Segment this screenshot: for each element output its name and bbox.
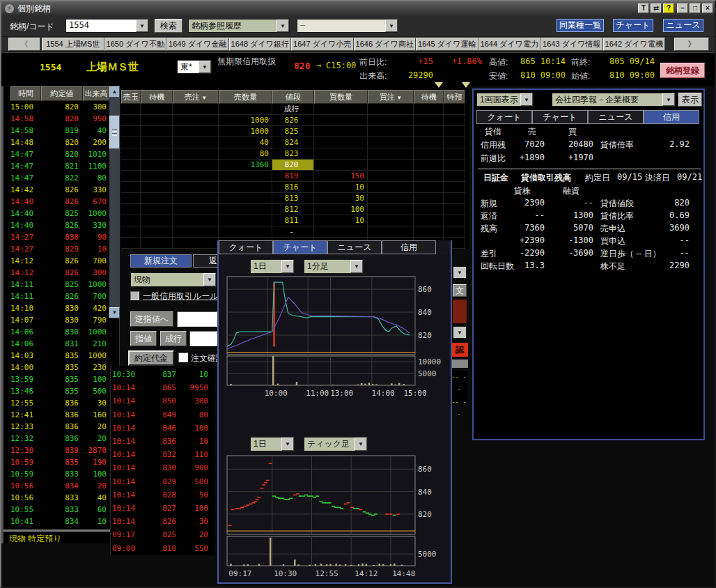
order-book-cell[interactable]	[173, 104, 219, 115]
symbol-tab-5[interactable]: 1646 ダイワ商社	[354, 38, 417, 51]
order-book-cell[interactable]	[368, 104, 414, 115]
chevron-down-icon[interactable]: ▼	[203, 273, 216, 286]
order-book-cell[interactable]	[444, 148, 465, 160]
order-book-cell[interactable]: 10	[314, 182, 368, 193]
order-book-cell[interactable]	[173, 215, 219, 226]
order-book-cell[interactable]: 819	[272, 171, 314, 182]
order-book-cell[interactable]	[173, 204, 219, 215]
order-book-cell[interactable]	[444, 126, 465, 137]
order-book-cell[interactable]	[444, 204, 465, 215]
chart-button[interactable]: チャート	[613, 19, 653, 32]
order-book-cell[interactable]: 824	[272, 137, 314, 148]
order-book-cell[interactable]	[121, 160, 141, 171]
order-book-cell[interactable]: 1000	[219, 126, 272, 137]
order-book-cell[interactable]: 820	[272, 160, 314, 171]
order-book-cell[interactable]	[414, 226, 444, 238]
amount-button[interactable]: 約定代金	[128, 350, 174, 366]
order-book-cell[interactable]	[173, 238, 219, 249]
order-book-row[interactable]: 81610	[121, 182, 465, 193]
order-book-cell[interactable]	[141, 137, 173, 148]
order-book-cell[interactable]	[368, 137, 414, 148]
order-book-cell[interactable]	[219, 171, 272, 182]
order-book-cell[interactable]: 811	[272, 215, 314, 226]
confirm-fragment-button[interactable]: 認	[451, 343, 468, 357]
tab-new-order[interactable]: 新規注文	[130, 254, 192, 268]
order-book-cell[interactable]	[444, 182, 465, 193]
chart-window-tab-0[interactable]: クォート	[219, 240, 273, 254]
order-book-cell[interactable]	[173, 137, 219, 148]
order-fragment-button[interactable]: 文	[453, 284, 467, 297]
order-book-cell[interactable]: 40	[219, 137, 272, 148]
order-book-cell[interactable]	[444, 115, 465, 126]
order-book-cell[interactable]	[219, 182, 272, 193]
chevron-down-icon[interactable]: ▼	[385, 20, 398, 32]
order-book-row[interactable]: 81110	[121, 215, 465, 226]
symbol-tab-3[interactable]: 1648 ダイワ銀行	[229, 38, 292, 51]
order-book-cell[interactable]	[314, 160, 368, 171]
industry-list-button[interactable]: 同業種一覧	[557, 19, 604, 32]
chart-window-tab-1[interactable]: チャート	[273, 240, 327, 254]
order-book-cell[interactable]: 150	[314, 171, 368, 182]
order-book-cell[interactable]: 823	[272, 148, 314, 160]
order-book-cell[interactable]: -	[272, 226, 314, 238]
order-book-cell[interactable]	[368, 126, 414, 137]
order-book-cell[interactable]	[121, 238, 141, 249]
order-book-cell[interactable]	[314, 115, 368, 126]
credit-panel-tab-3[interactable]: 信用	[644, 110, 699, 124]
order-book-cell[interactable]	[414, 115, 444, 126]
order-book-cell[interactable]	[141, 148, 173, 160]
order-book-cell[interactable]	[141, 171, 173, 182]
order-book-cell[interactable]	[444, 160, 465, 171]
order-book-cell[interactable]: 825	[272, 126, 314, 137]
order-book-cell[interactable]	[414, 104, 444, 115]
scroll-thumb[interactable]	[109, 116, 120, 149]
order-book-row[interactable]: 1360820	[121, 160, 465, 171]
order-book-row[interactable]: 40824	[121, 137, 465, 148]
order-book-cell[interactable]	[121, 126, 141, 137]
order-book-cell[interactable]: 1360	[219, 160, 272, 171]
credit-panel-tab-1[interactable]: チャート	[532, 110, 588, 124]
symbol-tab-4[interactable]: 1647 ダイワ小売	[291, 38, 354, 51]
order-book-cell[interactable]: 813	[272, 193, 314, 204]
order-book-cell[interactable]	[141, 115, 173, 126]
order-book-cell[interactable]	[141, 182, 173, 193]
order-book-cell[interactable]	[414, 215, 444, 226]
order-book-cell[interactable]	[314, 226, 368, 238]
order-book-cell[interactable]	[121, 137, 141, 148]
sort-triangle-icon[interactable]	[435, 82, 443, 88]
order-book-cell[interactable]	[368, 215, 414, 226]
order-book-cell[interactable]	[414, 148, 444, 160]
order-book-cell[interactable]	[368, 148, 414, 160]
order-book-cell[interactable]	[121, 193, 141, 204]
market-combo[interactable]: 東* ▼	[177, 60, 212, 74]
order-book-cell[interactable]	[121, 215, 141, 226]
order-book-cell[interactable]	[173, 193, 219, 204]
symbol-tab-2[interactable]: 1649 ダイワ金融	[166, 38, 229, 51]
chart-window-tab-3[interactable]: 信用	[382, 240, 436, 254]
order-book-cell[interactable]	[444, 226, 465, 238]
order-book-cell[interactable]	[414, 171, 444, 182]
order-book-cell[interactable]	[444, 137, 465, 148]
order-book-cell[interactable]	[173, 182, 219, 193]
chart-window-tab-2[interactable]: ニュース	[327, 240, 382, 254]
chevron-down-icon[interactable]: ▼	[520, 93, 533, 106]
order-book-cell[interactable]	[121, 115, 141, 126]
symbol-tab-9[interactable]: 1642 ダイワ電機	[603, 38, 666, 51]
order-book-cell[interactable]	[141, 204, 173, 215]
order-book-cell[interactable]	[141, 126, 173, 137]
order-book-cell[interactable]	[314, 104, 368, 115]
chevron-down-icon[interactable]: ▼	[350, 260, 363, 273]
credit-panel-tab-2[interactable]: ニュース	[588, 110, 644, 124]
order-book-cell[interactable]: 30	[314, 193, 368, 204]
history-combo[interactable]: 銘柄参照履歴 ▼	[188, 19, 290, 33]
order-book-cell[interactable]	[219, 226, 272, 238]
order-book-cell[interactable]	[444, 215, 465, 226]
order-book-cell[interactable]	[414, 137, 444, 148]
chart2-period-combo[interactable]: 1日 ▼	[250, 437, 295, 451]
order-book-cell[interactable]	[414, 160, 444, 171]
chevron-down-icon[interactable]: ▼	[199, 61, 211, 73]
tab-close-order[interactable]: 返済注文	[193, 254, 218, 268]
limit-button[interactable]: 指値	[130, 331, 157, 346]
chart2-type-combo[interactable]: ティック足 ▼	[304, 437, 368, 451]
order-book-cell[interactable]	[121, 226, 141, 238]
